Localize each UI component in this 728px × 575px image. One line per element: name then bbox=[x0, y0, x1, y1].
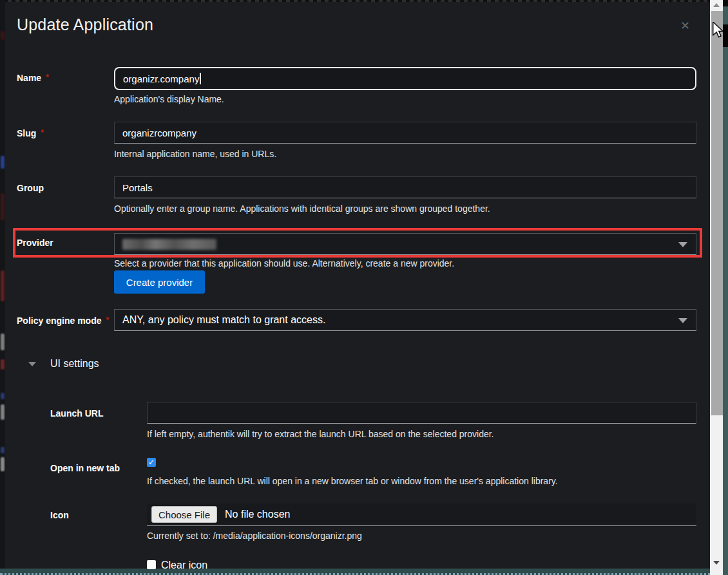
launch-url-label: Launch URL bbox=[50, 408, 103, 419]
policy-engine-mode-label: Policy engine mode* bbox=[17, 316, 109, 326]
vertical-scrollbar[interactable] bbox=[710, 0, 723, 575]
provider-help-text: Select a provider that this application … bbox=[114, 258, 454, 269]
background-artifact bbox=[1, 270, 5, 301]
mouse-cursor-icon bbox=[713, 22, 724, 41]
launch-url-help-text: If left empty, authentik will try to ext… bbox=[147, 429, 494, 439]
slug-input[interactable] bbox=[114, 122, 696, 144]
icon-label: Icon bbox=[50, 510, 69, 520]
text-caret bbox=[200, 73, 201, 84]
name-input-value: organizr.company bbox=[123, 73, 199, 84]
update-application-modal: Update Application ✕ Name* organizr.comp… bbox=[0, 0, 728, 575]
ui-settings-group-toggle[interactable]: UI settings bbox=[28, 358, 99, 370]
group-input[interactable] bbox=[114, 176, 696, 198]
background-right-sliver bbox=[723, 0, 728, 575]
background-artifact bbox=[1, 457, 5, 471]
background-page-sliver bbox=[0, 0, 5, 575]
chevron-down-icon bbox=[678, 318, 687, 323]
open-in-new-tab-help-text: If checked, the launch URL will open in … bbox=[147, 476, 558, 486]
scroll-down-icon bbox=[713, 561, 720, 565]
scroll-down-button[interactable] bbox=[710, 558, 723, 568]
clear-icon-checkbox[interactable] bbox=[147, 560, 156, 569]
redacted-provider-value bbox=[122, 239, 216, 250]
required-asterisk: * bbox=[41, 128, 44, 137]
background-artifact bbox=[1, 193, 5, 220]
screenshot-top-edge bbox=[0, 0, 728, 2]
chevron-down-icon bbox=[28, 362, 36, 366]
clear-icon-label: Clear icon bbox=[161, 560, 207, 571]
policy-engine-mode-value: ANY, any policy must match to grant acce… bbox=[122, 314, 325, 326]
background-artifact bbox=[1, 156, 5, 169]
background-artifact bbox=[1, 447, 5, 453]
slug-help-text: Internal application name, used in URLs. bbox=[114, 149, 276, 159]
name-input[interactable]: organizr.company bbox=[114, 67, 696, 90]
background-artifact bbox=[1, 359, 5, 370]
chevron-down-icon bbox=[678, 242, 687, 247]
open-in-new-tab-checkbox[interactable]: ✓ bbox=[147, 458, 156, 467]
scroll-up-button[interactable] bbox=[710, 0, 723, 10]
ui-settings-header: UI settings bbox=[50, 358, 99, 370]
open-in-new-tab-label: Open in new tab bbox=[50, 463, 120, 473]
scrollbar-thumb[interactable] bbox=[710, 11, 723, 415]
policy-engine-mode-select[interactable]: ANY, any policy must match to grant acce… bbox=[114, 309, 696, 331]
provider-select[interactable] bbox=[114, 233, 696, 255]
background-artifact bbox=[1, 31, 5, 40]
background-artifact bbox=[723, 0, 728, 6]
background-artifact bbox=[1, 393, 5, 399]
icon-help-text: Currently set to: /media/application-ico… bbox=[147, 531, 362, 541]
scroll-up-icon bbox=[713, 3, 720, 7]
required-asterisk: * bbox=[46, 73, 49, 82]
background-artifact bbox=[1, 404, 5, 420]
slug-label: Slug* bbox=[17, 128, 44, 138]
choose-file-button[interactable]: Choose File bbox=[151, 506, 217, 523]
create-provider-button[interactable]: Create provider bbox=[114, 270, 205, 294]
icon-file-input[interactable]: Choose File No file chosen bbox=[147, 504, 696, 526]
background-artifact bbox=[1, 334, 5, 350]
provider-label: Provider bbox=[17, 238, 53, 248]
required-asterisk: * bbox=[106, 316, 109, 325]
modal-title: Update Application bbox=[17, 15, 153, 34]
group-help-text: Optionally enter a group name. Applicati… bbox=[114, 203, 490, 214]
file-status-text: No file chosen bbox=[225, 509, 290, 520]
launch-url-input[interactable] bbox=[147, 402, 696, 424]
group-label: Group bbox=[17, 183, 44, 193]
screenshot-bottom-edge bbox=[0, 569, 723, 575]
check-icon: ✓ bbox=[148, 458, 155, 467]
name-label: Name* bbox=[17, 73, 49, 83]
close-icon[interactable]: ✕ bbox=[680, 19, 690, 33]
name-help-text: Application's display Name. bbox=[114, 94, 224, 104]
